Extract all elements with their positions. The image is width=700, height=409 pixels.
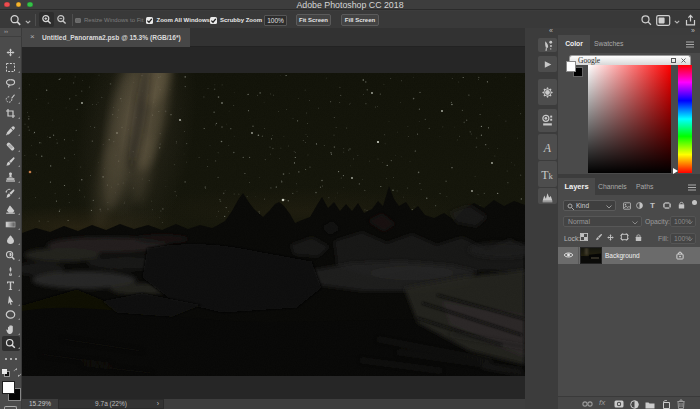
svg-text:A: A — [543, 141, 552, 154]
svg-text:Tk: Tk — [541, 168, 553, 181]
